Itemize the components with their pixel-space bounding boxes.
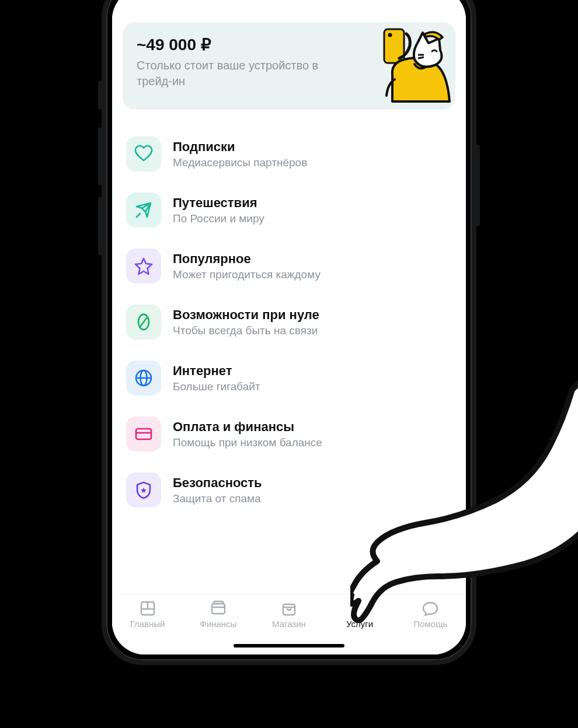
tradein-subtitle: Столько стоит ваше устройство в трейд-ин xyxy=(137,58,335,89)
side-button xyxy=(98,80,103,110)
service-row-text: Путешествия По России и миру xyxy=(173,195,264,225)
grid-icon xyxy=(140,600,156,617)
service-row-star[interactable]: Популярное Может пригодиться каждому xyxy=(123,238,455,294)
nav-shop[interactable]: Магазин xyxy=(260,600,318,629)
content-scroll[interactable]: ~49 000 ₽ Столько стоит ваше устройство … xyxy=(112,22,466,594)
service-title: Интернет xyxy=(173,363,260,379)
nav-help[interactable]: Помощь xyxy=(401,600,459,629)
service-row-text: Оплата и финансы Помощь при низком балан… xyxy=(173,419,322,449)
service-row-text: Популярное Может пригодиться каждому xyxy=(173,251,321,281)
service-row-text: Интернет Больше гигабайт xyxy=(173,363,260,393)
service-title: Популярное xyxy=(173,251,321,267)
shield-icon xyxy=(126,473,161,508)
service-row-globe[interactable]: Интернет Больше гигабайт xyxy=(123,350,455,406)
service-title: Оплата и финансы xyxy=(173,419,322,435)
cat-illustration xyxy=(364,26,452,107)
side-button xyxy=(98,127,103,186)
service-subtitle: Больше гигабайт xyxy=(173,380,260,393)
nav-label: Услуги xyxy=(346,619,373,629)
wallet-icon xyxy=(210,600,227,617)
service-subtitle: По России и миру xyxy=(173,212,264,225)
nav-label: Финансы xyxy=(200,619,236,629)
service-row-card[interactable]: Оплата и финансы Помощь при низком балан… xyxy=(123,406,455,462)
service-row-plane[interactable]: Путешествия По России и миру xyxy=(123,182,455,238)
phone-screen-container: ~49 000 ₽ Столько стоит ваше устройство … xyxy=(112,0,466,654)
service-subtitle: Защита от спама xyxy=(173,492,262,505)
service-title: Возможности при нуле xyxy=(173,307,319,323)
nav-label: Магазин xyxy=(272,619,306,629)
star-icon xyxy=(126,249,161,284)
globe-icon xyxy=(126,360,161,396)
tradein-banner[interactable]: ~49 000 ₽ Столько стоит ваше устройство … xyxy=(123,22,455,110)
service-title: Путешествия xyxy=(173,195,264,211)
side-button xyxy=(98,197,103,256)
service-title: Безопасность xyxy=(173,475,262,491)
nav-label: Помощь xyxy=(413,619,447,629)
nav-finance[interactable]: Финансы xyxy=(189,600,248,629)
zero-icon xyxy=(126,304,161,340)
heart-icon xyxy=(126,136,161,172)
service-row-heart[interactable]: Подписки Медиасервисы партнёров xyxy=(123,126,455,182)
card-icon xyxy=(126,416,161,452)
service-title: Подписки xyxy=(173,139,307,155)
phone-frame: ~49 000 ₽ Столько стоит ваше устройство … xyxy=(102,0,476,665)
chat-icon xyxy=(422,600,438,617)
nav-label: Главный xyxy=(130,619,165,629)
home-indicator xyxy=(234,644,344,648)
nav-home[interactable]: Главный xyxy=(119,600,177,629)
service-row-text: Подписки Медиасервисы партнёров xyxy=(173,139,307,169)
service-row-shield[interactable]: Безопасность Защита от спама xyxy=(123,462,455,518)
app-screen: ~49 000 ₽ Столько стоит ваше устройство … xyxy=(112,0,466,654)
service-row-text: Безопасность Защита от спама xyxy=(173,475,262,505)
service-subtitle: Медиасервисы партнёров xyxy=(173,156,307,169)
service-subtitle: Помощь при низком балансе xyxy=(173,436,322,449)
bag-icon xyxy=(281,600,297,617)
plane-icon xyxy=(126,192,161,228)
side-button xyxy=(475,145,480,226)
service-row-text: Возможности при нуле Чтобы всегда быть н… xyxy=(173,307,319,337)
layers-icon xyxy=(351,600,368,617)
services-list: Подписки Медиасервисы партнёров Путешест… xyxy=(123,126,455,518)
service-subtitle: Может пригодиться каждому xyxy=(173,268,321,281)
nav-services[interactable]: Услуги xyxy=(330,600,389,629)
svg-point-1 xyxy=(388,33,392,37)
service-subtitle: Чтобы всегда быть на связи xyxy=(173,324,319,337)
svg-line-3 xyxy=(418,57,424,58)
service-row-zero[interactable]: Возможности при нуле Чтобы всегда быть н… xyxy=(123,294,455,350)
